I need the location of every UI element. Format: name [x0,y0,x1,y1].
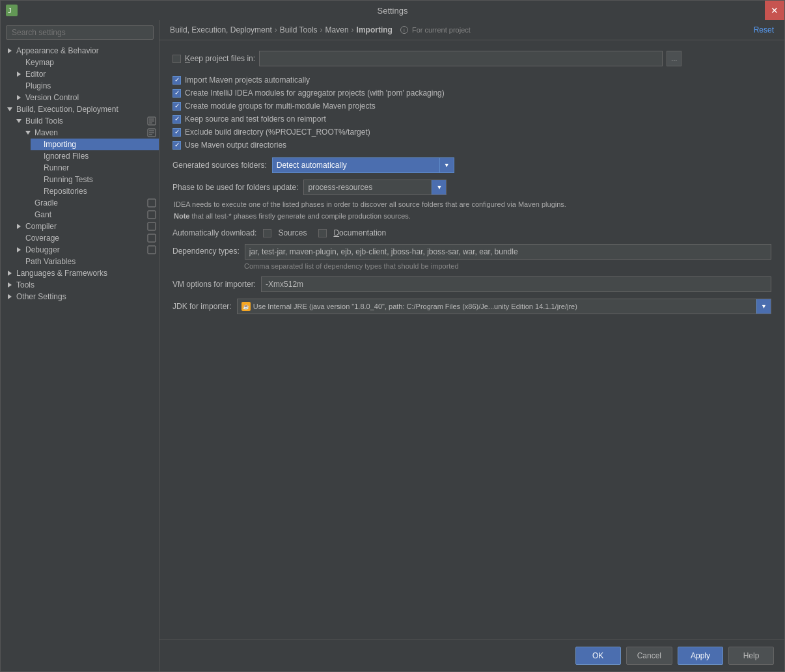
sidebar-item-version-control[interactable]: Version Control [1,92,159,103]
sidebar-item-runner[interactable]: Runner [1,162,159,174]
title-bar: J Settings ✕ [1,1,784,20]
jdk-importer-value: Use Internal JRE (java version "1.8.0_40… [253,302,577,310]
sidebar-item-maven[interactable]: Maven [1,127,159,139]
apply-button[interactable]: Apply [678,647,723,665]
arrow-icon [6,105,15,114]
compiler-icon [147,222,156,231]
create-module-groups-label: Create module groups for multi-module Ma… [185,101,376,111]
vm-options-input[interactable] [261,276,771,292]
keep-project-input[interactable] [259,51,663,66]
create-intellij-checkbox[interactable]: ✓ [172,89,181,98]
sidebar-item-appearance-behavior[interactable]: Appearance & Behavior [1,45,159,57]
create-module-groups-checkbox[interactable]: ✓ [172,102,181,111]
sidebar-item-label: Debugger [25,245,60,254]
sidebar-item-debugger[interactable]: Debugger [1,244,159,256]
sidebar-item-coverage[interactable]: Coverage [1,232,159,244]
use-maven-output-checkbox[interactable]: ✓ [172,141,181,150]
sidebar-item-label: Editor [25,70,46,79]
arrow-icon [15,116,24,126]
jdk-importer-label: JDK for importer: [172,302,232,311]
app-icon: J [6,5,18,16]
sidebar-item-label: Runner [44,163,69,172]
browse-button[interactable]: ... [667,51,682,66]
phase-select[interactable]: process-resources ▼ [303,180,447,195]
arrow-spacer [15,234,24,243]
reset-link[interactable]: Reset [754,25,774,34]
breadcrumb-part-3: Maven [325,25,349,34]
documentation-checkbox[interactable] [318,229,327,237]
sidebar-item-build-execution-deployment[interactable]: Build, Execution, Deployment [1,103,159,115]
exclude-build-checkbox[interactable]: ✓ [172,128,181,137]
sidebar-item-label: Importing [44,140,76,149]
sidebar-item-compiler[interactable]: Compiler [1,221,159,232]
arrow-spacer [33,152,42,161]
info-note-line2: Note that all test-* phases firstly gene… [174,211,771,222]
sidebar-item-gradle[interactable]: Gradle [1,197,159,209]
arrow-spacer [33,175,42,184]
sidebar-item-keymap[interactable]: Keymap [1,57,159,68]
breadcrumb-current: Importing [357,25,392,34]
sidebar-item-label: Appearance & Behavior [16,46,99,55]
sidebar-item-languages-frameworks[interactable]: Languages & Frameworks [1,267,159,279]
import-maven-label: Import Maven projects automatically [185,75,310,85]
sidebar-item-repositories[interactable]: Repositories [1,185,159,197]
arrow-spacer [15,81,24,90]
sidebar-item-plugins[interactable]: Plugins [1,80,159,92]
close-button[interactable]: ✕ [765,1,784,20]
sidebar-item-label: Coverage [25,234,59,243]
dependency-types-input[interactable] [245,244,771,260]
import-maven-checkbox[interactable]: ✓ [172,76,181,85]
keep-project-checkbox[interactable] [172,55,181,63]
arrow-spacer [15,257,24,266]
sidebar-item-label: Maven [34,128,58,137]
use-maven-output-label: Use Maven output directories [185,141,286,150]
sidebar-item-other-settings[interactable]: Other Settings [1,291,159,302]
sidebar-item-label: Other Settings [16,292,66,301]
vm-options-row: VM options for importer: [172,276,771,292]
arrow-icon [15,245,24,254]
sidebar-item-label: Gradle [34,198,58,208]
sidebar-item-tools[interactable]: Tools [1,279,159,291]
jdk-importer-select[interactable]: ☕ Use Internal JRE (java version "1.8.0_… [237,299,771,314]
arrow-icon [15,70,24,79]
phase-value: process-resources [308,183,372,192]
arrow-icon [24,128,33,137]
help-button[interactable]: Help [728,647,774,665]
arrow-icon [15,93,24,102]
sidebar-item-importing[interactable]: Importing [1,139,159,150]
generated-sources-value: Detect automatically [277,161,439,170]
sidebar-item-label: Repositories [44,187,87,196]
keep-source-row: ✓ Keep source and test folders on reimpo… [172,114,771,124]
vm-options-label: VM options for importer: [172,280,256,289]
sidebar-item-label: Tools [16,280,34,289]
sidebar-item-label: Compiler [25,222,57,231]
search-input[interactable] [6,25,154,40]
import-maven-row: ✓ Import Maven projects automatically [172,75,771,85]
settings-panel: Keep project files in: ... ✓ Import Mave… [159,40,784,639]
arrow-spacer [33,163,42,172]
dependency-types-label: Dependency types: [172,244,240,256]
arrow-spacer [15,58,24,67]
breadcrumb-bar: Build, Execution, Deployment › Build Too… [159,20,784,40]
sidebar: Appearance & Behavior Keymap Editor [1,20,159,671]
sidebar-item-build-tools[interactable]: Build Tools [1,115,159,127]
sources-checkbox[interactable] [263,229,271,237]
sidebar-item-running-tests[interactable]: Running Tests [1,174,159,185]
breadcrumb-part-1: Build, Execution, Deployment [170,25,272,34]
dependency-types-row: Dependency types: [172,244,771,260]
breadcrumb-part-2: Build Tools [280,25,318,34]
arrow-icon [6,280,15,289]
generated-sources-select[interactable]: Detect automatically ▼ [272,157,454,173]
phase-arrow: ▼ [432,180,446,195]
cancel-button[interactable]: Cancel [626,647,672,665]
arrow-spacer [24,198,33,208]
info-icon: i [400,26,408,34]
sidebar-item-editor[interactable]: Editor [1,68,159,80]
jdk-importer-row: JDK for importer: ☕ Use Internal JRE (ja… [172,299,771,314]
sidebar-item-gant[interactable]: Gant [1,209,159,221]
sidebar-item-path-variables[interactable]: Path Variables [1,256,159,267]
ok-button[interactable]: OK [575,647,621,665]
keep-source-checkbox[interactable]: ✓ [172,115,181,124]
window-title: Settings [378,6,408,16]
sidebar-item-ignored-files[interactable]: Ignored Files [1,150,159,162]
